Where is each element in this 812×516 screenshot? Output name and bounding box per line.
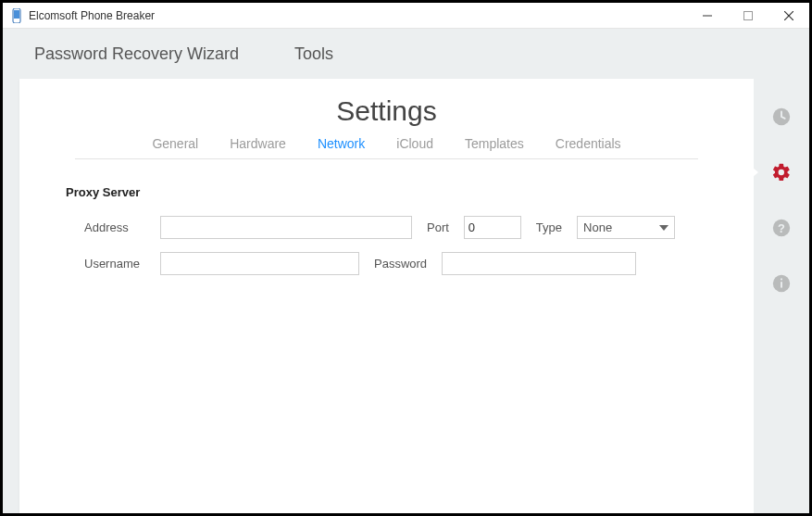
proxy-row-1: Address Port Type None — [66, 216, 707, 239]
type-label: Type — [532, 220, 566, 234]
close-button[interactable] — [768, 4, 809, 28]
help-icon[interactable]: ? — [768, 214, 795, 242]
type-select-value: None — [583, 220, 612, 234]
tab-hardware[interactable]: Hardware — [230, 136, 286, 151]
history-icon[interactable] — [768, 103, 795, 131]
username-label: Username — [66, 257, 149, 271]
window-controls — [687, 4, 809, 28]
menu-tools[interactable]: Tools — [294, 44, 333, 64]
top-menu: Password Recovery Wizard Tools — [3, 29, 809, 79]
app-icon — [10, 7, 23, 24]
proxy-row-2: Username Password — [66, 252, 707, 275]
tab-templates[interactable]: Templates — [465, 136, 524, 151]
tab-general[interactable]: General — [152, 136, 198, 151]
tab-network[interactable]: Network — [318, 136, 365, 151]
username-input[interactable] — [160, 252, 359, 275]
address-label: Address — [66, 220, 149, 234]
type-select[interactable]: None — [577, 216, 675, 239]
password-label: Password — [370, 257, 431, 271]
settings-panel: Settings General Hardware Network iCloud… — [19, 79, 754, 513]
body-row: Settings General Hardware Network iCloud… — [3, 79, 809, 513]
info-icon[interactable] — [768, 270, 795, 297]
minimize-button[interactable] — [687, 4, 728, 28]
chevron-down-icon — [659, 225, 668, 231]
settings-tabs: General Hardware Network iCloud Template… — [75, 136, 698, 159]
proxy-section: Proxy Server Address Port Type None — [66, 185, 707, 275]
app-window: Elcomsoft Phone Breaker Password Recover… — [0, 0, 812, 516]
content-area: Password Recovery Wizard Tools Settings … — [3, 29, 809, 513]
address-input[interactable] — [160, 216, 412, 239]
window-title: Elcomsoft Phone Breaker — [29, 9, 687, 22]
maximize-button[interactable] — [728, 4, 768, 28]
svg-rect-10 — [781, 282, 782, 287]
tab-icloud[interactable]: iCloud — [396, 136, 433, 151]
menu-password-recovery-wizard[interactable]: Password Recovery Wizard — [34, 44, 239, 64]
proxy-section-title: Proxy Server — [66, 185, 707, 199]
svg-rect-3 — [744, 11, 753, 19]
titlebar: Elcomsoft Phone Breaker — [3, 3, 809, 29]
svg-rect-11 — [781, 279, 782, 281]
settings-icon[interactable] — [768, 158, 795, 186]
tab-credentials[interactable]: Credentials — [556, 136, 621, 151]
svg-rect-1 — [14, 10, 19, 19]
page-title: Settings — [19, 95, 754, 127]
maximize-icon — [743, 11, 753, 20]
password-input[interactable] — [442, 252, 636, 275]
close-icon — [784, 11, 793, 20]
port-label: Port — [423, 220, 453, 234]
port-input[interactable] — [464, 216, 521, 239]
svg-text:?: ? — [778, 221, 785, 235]
minimize-icon — [703, 11, 712, 20]
right-rail: ? — [754, 79, 809, 513]
